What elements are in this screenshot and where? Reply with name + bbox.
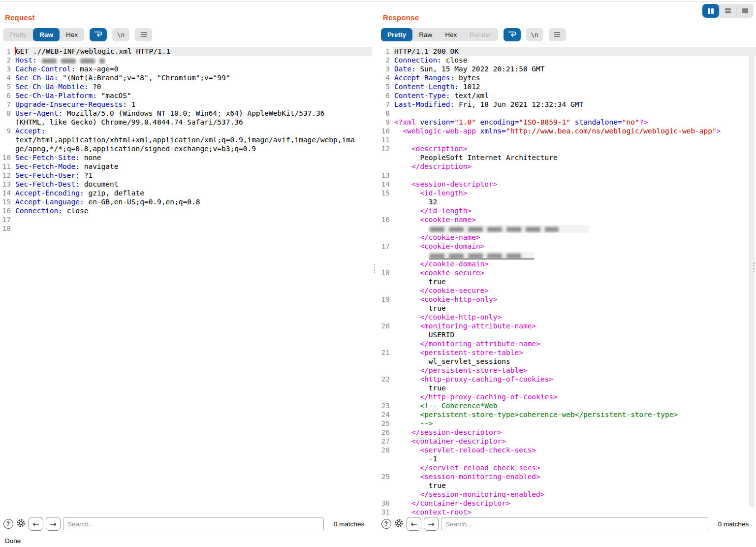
line-number: 6 — [378, 91, 393, 100]
line-number — [378, 233, 393, 242]
line-number — [378, 197, 393, 206]
search-settings-button[interactable] — [394, 519, 404, 529]
help-button[interactable]: ? — [381, 519, 391, 529]
left-arrow-icon: ← — [32, 519, 39, 529]
response-panel: Response PrettyRawHexRender \n — [378, 1, 756, 535]
code-line: 12 <description> — [378, 144, 756, 153]
line-content: </cookie-secure> — [393, 286, 756, 295]
line-number: 30 — [378, 499, 393, 508]
line-content: </description> — [393, 162, 756, 171]
panel-divider[interactable] — [372, 1, 378, 535]
code-line: ge/apng,*/*;q=0.8,application/signed-exc… — [0, 144, 372, 153]
scrollbar-thumb[interactable] — [749, 49, 755, 507]
code-line: 1HTTP/1.1 200 OK — [378, 47, 756, 56]
request-title: Request — [5, 13, 372, 22]
line-number — [378, 153, 393, 162]
line-content: Sec-Ch-Ua-Platform: "macOS" — [14, 91, 372, 100]
request-editor[interactable]: 1GET .//WEB-INF/weblogic.xml HTTP/1.12Ho… — [0, 47, 372, 515]
line-content: <container-descriptor> — [393, 437, 756, 446]
line-number — [378, 357, 393, 366]
previous-match-button[interactable]: ← — [29, 517, 43, 531]
code-line: 4Sec-Ch-Ua: "(Not(A:Brand";v="8", "Chrom… — [0, 73, 372, 82]
show-newlines-button[interactable]: \n — [526, 28, 543, 41]
line-number — [378, 339, 393, 348]
line-number — [0, 144, 14, 153]
line-content — [393, 171, 756, 180]
help-button[interactable]: ? — [3, 519, 13, 529]
code-line: 13 — [378, 171, 756, 180]
line-content: </monitoring-attribute-name> — [393, 339, 756, 348]
line-number — [378, 481, 393, 490]
line-number: 24 — [378, 410, 393, 419]
line-content: <description> — [393, 144, 756, 153]
line-number: 8 — [378, 109, 393, 118]
code-line: text/html,application/xhtml+xml,applicat… — [0, 135, 372, 144]
line-number: 14 — [0, 189, 14, 197]
line-number — [378, 490, 393, 499]
line-number: 18 — [378, 268, 393, 277]
line-number: 13 — [0, 180, 14, 189]
next-match-button[interactable]: → — [46, 517, 61, 531]
code-line: 14 <session-descriptor> — [378, 180, 756, 189]
line-number: 9 — [0, 127, 14, 135]
panel-collapse-grip[interactable] — [753, 262, 756, 272]
code-line: -1 — [378, 454, 756, 463]
code-line: 29 <session-monitoring-enabled> — [378, 472, 756, 481]
code-line: true — [378, 384, 756, 392]
editor-menu-button[interactable] — [135, 28, 152, 41]
line-number: 17 — [0, 215, 14, 224]
request-search-input[interactable] — [63, 517, 324, 530]
line-content: <monitoring-attribute-name> — [393, 322, 756, 330]
line-content: Content-Length: 1012 — [393, 82, 756, 91]
tab-raw[interactable]: Raw — [33, 28, 60, 41]
line-content: </session-monitoring-enabled> — [393, 490, 756, 499]
word-wrap-button[interactable] — [504, 28, 521, 41]
line-number — [378, 330, 393, 339]
next-match-button[interactable]: → — [424, 517, 439, 531]
line-number — [378, 463, 393, 472]
line-number: 12 — [0, 171, 14, 180]
line-content: <weblogic-web-app xmlns="http://www.bea.… — [393, 127, 756, 135]
line-number: 17 — [378, 242, 393, 251]
response-search-input[interactable] — [441, 517, 708, 530]
tab-hex[interactable]: Hex — [439, 28, 463, 41]
code-line: 23 <!-- Coherence*Web — [378, 401, 756, 410]
line-number: 27 — [378, 437, 393, 446]
line-number — [378, 384, 393, 392]
line-number — [0, 135, 14, 144]
line-content: <persistent-store-type>coherence-web</pe… — [393, 410, 756, 419]
search-settings-button[interactable] — [16, 519, 26, 529]
line-content: <cookie-domain> — [393, 242, 756, 251]
code-line — [378, 251, 756, 259]
show-newlines-button[interactable]: \n — [112, 28, 129, 41]
code-line: 9<?xml version="1.0" encoding="ISO-8859-… — [378, 118, 756, 127]
line-number: 19 — [378, 295, 393, 304]
line-number — [378, 277, 393, 286]
tab-pretty[interactable]: Pretty — [381, 28, 412, 41]
line-content: <servlet-reload-check-secs> — [393, 446, 756, 454]
code-line: 32 — [378, 197, 756, 206]
line-number: 7 — [378, 100, 393, 109]
line-number: 14 — [378, 180, 393, 189]
code-line: 14Accept-Encoding: gzip, deflate — [0, 189, 372, 197]
previous-match-button[interactable]: ← — [407, 517, 421, 531]
line-number: 5 — [378, 82, 393, 91]
tab-hex[interactable]: Hex — [60, 28, 84, 41]
response-search-bar: ? ← → 0 matches — [378, 515, 756, 535]
line-content: Cache-Control: max-age=0 — [14, 64, 372, 73]
line-content: ge/apng,*/*;q=0.8,application/signed-exc… — [14, 144, 372, 153]
response-editor[interactable]: 1HTTP/1.1 200 OK2Connection: close3Date:… — [378, 47, 756, 515]
line-content: Sec-Fetch-Site: none — [14, 153, 372, 162]
tab-raw[interactable]: Raw — [412, 28, 439, 41]
editor-menu-button[interactable] — [549, 28, 566, 41]
line-number — [378, 162, 393, 171]
line-content: 32 — [393, 197, 756, 206]
menu-icon — [554, 31, 561, 39]
line-content: </session-descriptor> — [393, 428, 756, 437]
line-number — [378, 454, 393, 463]
status-text: Done — [5, 537, 21, 545]
word-wrap-button[interactable] — [90, 28, 107, 41]
panel-resize-grip[interactable] — [373, 264, 376, 273]
line-content: </cookie-http-only> — [393, 313, 756, 322]
code-line: 9Accept: — [0, 127, 372, 135]
